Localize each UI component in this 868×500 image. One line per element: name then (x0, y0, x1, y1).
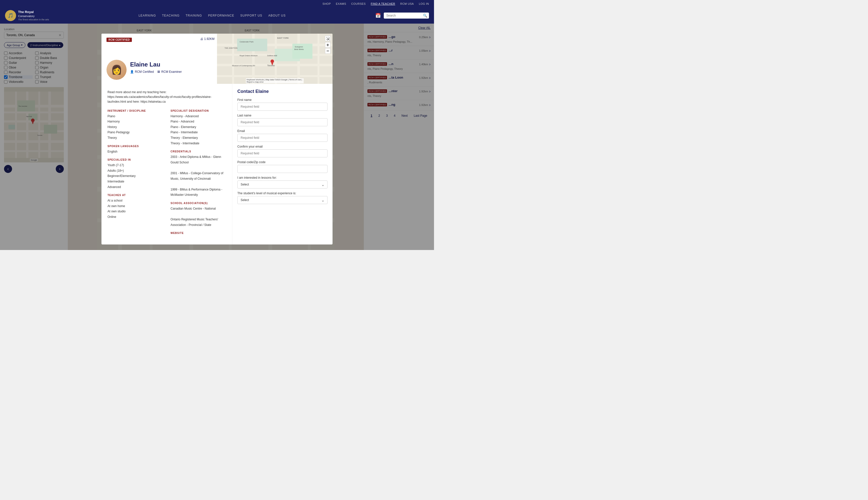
experience-level-select[interactable]: Select (237, 196, 327, 204)
modal-inner-layout: Read more about me and my teaching here:… (101, 84, 333, 245)
credentials-section: CREDENTIALS 2003 - Artist Diploma & MMus… (170, 150, 226, 198)
lessons-for-select[interactable]: Select (237, 181, 327, 189)
modal-teacher-name: Elaine Lau (130, 61, 182, 68)
nav-find-teacher[interactable]: FIND A TEACHER (371, 2, 395, 5)
person-icon: 👤 (130, 70, 134, 73)
teacher-badges: 👤 RCM Certified 🏛 RCM Examiner (130, 70, 182, 73)
svg-text:THE JUNCTION: THE JUNCTION (224, 47, 237, 49)
top-navigation: SHOP EXAMS COURSES FIND A TEACHER RCM US… (0, 0, 434, 8)
email-label: Email (237, 129, 327, 133)
svg-text:Museum of Contemporary Art: Museum of Contemporary Art (232, 65, 255, 67)
teaches-at-section: TEACHES AT At a schoolAt own homeAt own … (108, 194, 163, 220)
nav-courses[interactable]: COURSES (351, 2, 366, 5)
spoken-languages-content: English (108, 149, 163, 155)
search-input[interactable] (386, 14, 421, 17)
email-group: Email (237, 129, 327, 142)
spoken-languages-title: SPOKEN LANGUAGES (108, 145, 163, 148)
logo-tagline: The finest education in the arts (18, 18, 49, 21)
nav-login[interactable]: LOG IN (419, 2, 429, 5)
teaches-at-content: At a schoolAt own homeAt own studioOnlin… (108, 198, 163, 220)
svg-point-76 (270, 59, 274, 63)
page-layout: Location Toronto, ON, Canada ✕ Age Group… (0, 24, 434, 250)
logo-title-line1: The Royal (18, 10, 49, 14)
confirm-email-group: Confirm your email (237, 145, 327, 157)
modal-header-left: RCM CERTIFIED 🖨 1.92KM 👩 Elaine Lau (101, 34, 217, 84)
instrument-section-title: INSTRUMENT / DISCIPLINE (108, 110, 163, 112)
rcm-examiner-label: RCM Examiner (161, 70, 181, 73)
first-name-label: First name (237, 98, 327, 102)
website-title: WEBSITE (170, 232, 226, 235)
confirm-email-label: Confirm your email (237, 145, 327, 148)
nav-support[interactable]: SUPPORT US (240, 14, 263, 17)
credentials-title: CREDENTIALS (170, 150, 226, 153)
specialist-designation-title: SPECIALIST DESIGNATION (170, 110, 226, 112)
specialist-designation-content: Harmony - AdvancedPiano - AdvancedPiano … (170, 114, 226, 146)
nav-about[interactable]: ABOUT US (268, 14, 286, 17)
teacher-profile-modal: Cedarvale Park EAST YORK THE JUNCTION To… (101, 34, 333, 245)
avatar-placeholder: 👩 (107, 60, 126, 80)
lessons-for-label: I am interested in lessons for: (237, 176, 327, 180)
school-associations-section: SCHOOL ASSOCIATION(S) Canadian Music Cen… (170, 202, 226, 228)
credentials-content: 2003 - Artist Diploma & MMus - Glenn Gou… (170, 155, 226, 198)
instrument-section-content: PianoHarmonyHistoryPiano PedagogyTheory (108, 114, 163, 141)
lessons-for-group: I am interested in lessons for: Select (237, 176, 327, 189)
rcm-certified-badge-item: 👤 RCM Certified (130, 70, 154, 73)
calendar-icon[interactable]: 📅 (375, 13, 381, 18)
first-name-input[interactable] (237, 103, 327, 111)
map-zoom-out-btn[interactable]: − (325, 48, 331, 54)
search-icon[interactable]: 🔍 (423, 13, 427, 18)
avatar: 👩 (107, 60, 126, 80)
contact-form-section: Contact Elaine First name Last name Emai… (232, 84, 333, 245)
lessons-for-wrapper: Select (237, 181, 327, 189)
teaches-at-title: TEACHES AT (108, 194, 163, 196)
modal-profile-section: Read more about me and my teaching here:… (101, 84, 232, 245)
rcm-certified-label: RCM Certified (135, 70, 154, 73)
modal-close-btn[interactable]: × (326, 36, 330, 42)
svg-text:Royal Ontario Museum: Royal Ontario Museum (240, 55, 258, 57)
main-header: 🎵 The Royal Conservatory The finest educ… (0, 8, 434, 24)
instrument-section: INSTRUMENT / DISCIPLINE PianoHarmonyHist… (108, 110, 163, 141)
specialized-in-content: Youth (7-17)Adults (18+)Beginner/Element… (108, 163, 163, 190)
modal-map: Cedarvale Park EAST YORK THE JUNCTION To… (217, 34, 333, 84)
svg-text:EAST YORK: EAST YORK (277, 37, 289, 39)
postal-code-label: Postal code/Zip code (237, 160, 327, 164)
building-icon: 🏛 (157, 70, 160, 73)
postal-code-input[interactable] (237, 165, 327, 173)
spoken-languages-section: SPOKEN LANGUAGES English (108, 145, 163, 155)
nav-learning[interactable]: LEARNING (138, 14, 156, 17)
nav-shop[interactable]: SHOP (322, 2, 331, 5)
svg-text:Dufferin Mall: Dufferin Mall (267, 55, 277, 56)
teacher-bio: Read more about me and my teaching here:… (108, 90, 226, 104)
experience-level-label: The student's level of musical experienc… (237, 192, 327, 195)
modal-overlay[interactable]: Cedarvale Park EAST YORK THE JUNCTION To… (0, 24, 434, 250)
search-box: 🔍 (384, 13, 429, 19)
nav-performance[interactable]: PERFORMANCE (208, 14, 234, 17)
svg-text:Brick Works: Brick Works (294, 48, 304, 50)
last-name-label: Last name (237, 114, 327, 117)
profile-right-column: SPECIALIST DESIGNATION Harmony - Advance… (170, 110, 226, 239)
rcm-certified-badge: RCM CERTIFIED (107, 37, 132, 42)
nav-teaching[interactable]: TEACHING (162, 14, 180, 17)
teacher-info: Elaine Lau 👤 RCM Certified 🏛 RCM Examine… (130, 61, 182, 73)
last-name-input[interactable] (237, 118, 327, 126)
specialist-designation-section: SPECIALIST DESIGNATION Harmony - Advance… (170, 110, 226, 146)
map-attribution-modal: Keyboard shortcuts | Map data ©2023 Goog… (246, 78, 304, 83)
rcm-examiner-badge-item: 🏛 RCM Examiner (157, 70, 181, 73)
nav-exams[interactable]: EXAMS (336, 2, 346, 5)
modal-teacher-header: 👩 Elaine Lau 👤 RCM Certified 🏛 (107, 47, 212, 80)
modal-map-container: Cedarvale Park EAST YORK THE JUNCTION To… (101, 34, 333, 84)
website-section: WEBSITE (170, 232, 226, 235)
header-right: 📅 🔍 (375, 13, 429, 19)
email-input[interactable] (237, 134, 327, 142)
logo[interactable]: 🎵 The Royal Conservatory The finest educ… (5, 10, 49, 21)
map-zoom-in-btn[interactable]: + (325, 42, 331, 48)
nav-training[interactable]: TRAINING (186, 14, 202, 17)
svg-text:Evergreen: Evergreen (295, 46, 303, 48)
profile-columns: INSTRUMENT / DISCIPLINE PianoHarmonyHist… (108, 110, 226, 239)
confirm-email-input[interactable] (237, 149, 327, 157)
experience-level-group: The student's level of musical experienc… (237, 192, 327, 204)
distance-value: 1.92KM (204, 37, 214, 41)
postal-code-group: Postal code/Zip code (237, 160, 327, 173)
nav-rcm-usa[interactable]: RCM USA (400, 2, 414, 5)
experience-level-wrapper: Select (237, 196, 327, 204)
